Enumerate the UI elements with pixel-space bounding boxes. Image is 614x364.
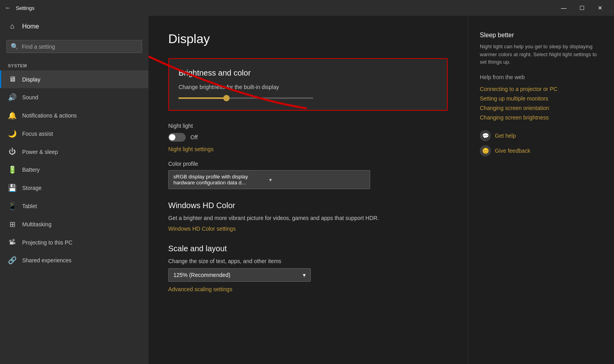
night-light-state: Off — [190, 134, 198, 140]
help-link-2[interactable]: Changing screen orientation — [480, 105, 602, 111]
sidebar-home-label: Home — [22, 23, 39, 30]
sidebar-item-focus[interactable]: 🌙 Focus assist — [0, 125, 148, 143]
color-profile-value: sRGB display profile with display hardwa… — [173, 174, 269, 186]
minimize-button[interactable]: — — [555, 0, 573, 16]
back-button[interactable]: ← — [5, 4, 11, 11]
sidebar-item-label: Focus assist — [22, 131, 53, 137]
search-input[interactable] — [22, 44, 138, 50]
scale-chevron: ▾ — [303, 272, 306, 278]
scale-dropdown[interactable]: 125% (Recommended) ▾ — [168, 268, 311, 282]
sidebar-item-notifications[interactable]: 🔔 Notifications & actions — [0, 106, 148, 125]
close-button[interactable]: ✕ — [591, 0, 609, 16]
night-light-toggle-row: Off — [168, 133, 448, 142]
get-help-icon: 💬 — [480, 130, 491, 141]
sidebar-item-label: Display — [22, 76, 40, 83]
get-help-label: Get help — [495, 133, 516, 139]
color-profile-dropdown[interactable]: sRGB display profile with display hardwa… — [168, 170, 370, 189]
title-bar-title: Settings — [16, 5, 555, 11]
maximize-button[interactable]: ☐ — [573, 0, 591, 16]
brightness-slider[interactable] — [179, 97, 313, 99]
sidebar-item-label: Power & sleep — [22, 149, 58, 155]
hd-color-desc: Get a brighter and more vibrant picture … — [168, 215, 430, 221]
home-icon: ⌂ — [8, 22, 17, 30]
sidebar-section-label: System — [0, 59, 148, 70]
focus-icon: 🌙 — [8, 129, 17, 138]
brightness-section: Brightness and color Change brightness f… — [168, 58, 448, 111]
advanced-scaling-link[interactable]: Advanced scaling settings — [168, 286, 232, 292]
sidebar-item-label: Battery — [22, 167, 40, 173]
hd-color-settings-link[interactable]: Windows HD Color settings — [168, 226, 236, 232]
get-help-row[interactable]: 💬 Get help — [480, 130, 602, 141]
notifications-icon: 🔔 — [8, 111, 17, 120]
multitasking-icon: ⊞ — [8, 220, 17, 229]
display-icon: 🖥 — [8, 75, 17, 83]
sidebar-item-shared[interactable]: 🔗 Shared experiences — [0, 251, 148, 269]
sidebar-item-label: Projecting to this PC — [22, 239, 72, 246]
night-light-settings-link[interactable]: Night light settings — [168, 146, 213, 152]
color-profile-label: Color profile — [168, 161, 448, 167]
sidebar-item-label: Multitasking — [22, 221, 51, 228]
main-content: ⌂ Home 🔍 System 🖥 Display 🔊 Sound 🔔 Noti… — [0, 16, 614, 364]
sidebar-item-sound[interactable]: 🔊 Sound — [0, 88, 148, 106]
help-link-1[interactable]: Setting up multiple monitors — [480, 95, 602, 102]
sidebar-item-power[interactable]: ⏻ Power & sleep — [0, 143, 148, 161]
sidebar: ⌂ Home 🔍 System 🖥 Display 🔊 Sound 🔔 Noti… — [0, 16, 148, 364]
hd-color-title: Windows HD Color — [168, 201, 448, 210]
sidebar-item-home[interactable]: ⌂ Home — [0, 16, 148, 37]
battery-icon: 🔋 — [8, 165, 17, 174]
brightness-subtitle: Change brightness for the built-in displ… — [179, 84, 437, 90]
storage-icon: 💾 — [8, 184, 17, 192]
search-box[interactable]: 🔍 — [6, 40, 142, 53]
color-profile-chevron: ▾ — [269, 177, 365, 183]
search-icon: 🔍 — [11, 43, 19, 50]
shared-icon: 🔗 — [8, 256, 17, 265]
night-light-section: Night light Off Night light settings — [168, 123, 448, 153]
night-light-label: Night light — [168, 123, 448, 129]
projecting-icon: 📽 — [8, 238, 17, 246]
sidebar-item-label: Shared experiences — [22, 257, 72, 264]
scale-layout-title: Scale and layout — [168, 244, 448, 253]
sidebar-item-label: Sound — [22, 94, 38, 100]
brightness-slider-container — [179, 96, 437, 100]
sidebar-item-storage[interactable]: 💾 Storage — [0, 179, 148, 197]
sidebar-item-label: Notifications & actions — [22, 112, 77, 119]
brightness-title: Brightness and color — [179, 68, 437, 78]
toggle-thumb — [169, 134, 175, 140]
page-title: Display — [168, 32, 448, 46]
sidebar-item-multitasking[interactable]: ⊞ Multitasking — [0, 215, 148, 233]
sleep-better-desc: Night light can help you get to sleep by… — [480, 43, 602, 66]
help-link-0[interactable]: Connecting to a projector or PC — [480, 86, 602, 92]
sidebar-item-display[interactable]: 🖥 Display — [0, 70, 148, 88]
tablet-icon: 📱 — [8, 202, 17, 210]
sidebar-item-label: Tablet — [22, 203, 37, 209]
night-light-toggle[interactable] — [168, 133, 186, 142]
help-link-3[interactable]: Changing screen brightness — [480, 114, 602, 121]
scale-desc: Change the size of text, apps, and other… — [168, 258, 430, 264]
sound-icon: 🔊 — [8, 93, 17, 102]
help-web-title: Help from the web — [480, 74, 602, 80]
content-area: Display Brightness and color Change brig… — [148, 16, 468, 364]
give-feedback-icon: 😊 — [480, 145, 491, 156]
window-controls: — ☐ ✕ — [555, 0, 609, 16]
right-panel: Sleep better Night light can help you ge… — [468, 16, 614, 364]
sidebar-item-label: Storage — [22, 185, 42, 191]
power-icon: ⏻ — [8, 148, 17, 156]
sidebar-item-projecting[interactable]: 📽 Projecting to this PC — [0, 233, 148, 251]
sleep-better-title: Sleep better — [480, 32, 602, 39]
title-bar: ← Settings — ☐ ✕ — [0, 0, 614, 16]
sidebar-item-battery[interactable]: 🔋 Battery — [0, 161, 148, 179]
scale-value: 125% (Recommended) — [173, 272, 230, 278]
give-feedback-label: Give feedback — [495, 148, 530, 154]
sidebar-item-tablet[interactable]: 📱 Tablet — [0, 197, 148, 215]
give-feedback-row[interactable]: 😊 Give feedback — [480, 145, 602, 156]
